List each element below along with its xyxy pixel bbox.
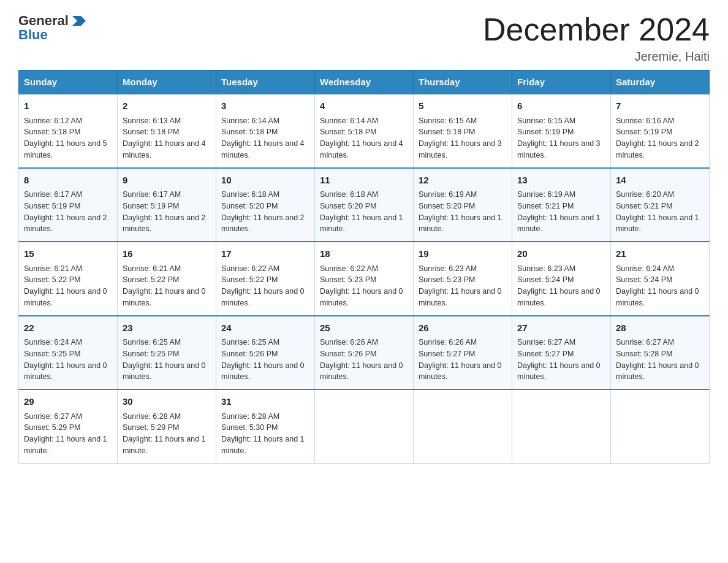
- sunset-label: Sunset: 5:22 PM: [24, 275, 80, 284]
- calendar-week-row: 1 Sunrise: 6:12 AM Sunset: 5:18 PM Dayli…: [19, 94, 710, 168]
- sunrise-label: Sunrise: 6:22 AM: [221, 264, 279, 273]
- day-number: 14: [616, 174, 704, 188]
- sunrise-label: Sunrise: 6:20 AM: [616, 190, 674, 199]
- sunset-label: Sunset: 5:20 PM: [221, 202, 278, 210]
- sunrise-label: Sunrise: 6:15 AM: [517, 117, 575, 125]
- daylight-label: Daylight: 11 hours and 0 minutes.: [24, 287, 107, 307]
- day-number: 8: [24, 174, 112, 188]
- day-number: 31: [221, 395, 309, 409]
- sunrise-label: Sunrise: 6:24 AM: [616, 264, 674, 273]
- sunrise-label: Sunrise: 6:28 AM: [123, 412, 181, 421]
- day-number: 3: [221, 99, 309, 113]
- sunset-label: Sunset: 5:29 PM: [24, 423, 80, 432]
- daylight-label: Daylight: 11 hours and 0 minutes.: [320, 287, 403, 307]
- day-number: 27: [517, 321, 605, 335]
- daylight-label: Daylight: 11 hours and 4 minutes.: [221, 139, 305, 159]
- sunrise-label: Sunrise: 6:13 AM: [123, 117, 181, 125]
- sunset-label: Sunset: 5:18 PM: [419, 128, 475, 136]
- sunset-label: Sunset: 5:21 PM: [616, 202, 672, 210]
- day-number: 22: [24, 321, 112, 335]
- table-row: 1 Sunrise: 6:12 AM Sunset: 5:18 PM Dayli…: [19, 94, 118, 168]
- day-number: 21: [616, 247, 704, 261]
- sunrise-label: Sunrise: 6:18 AM: [221, 190, 279, 199]
- table-row: [512, 389, 611, 463]
- sunrise-label: Sunrise: 6:26 AM: [419, 338, 477, 347]
- col-thursday: Thursday: [414, 71, 512, 94]
- sunset-label: Sunset: 5:27 PM: [517, 350, 574, 358]
- calendar-table: Sunday Monday Tuesday Wednesday Thursday…: [18, 70, 710, 464]
- daylight-label: Daylight: 11 hours and 1 minute.: [517, 213, 601, 234]
- daylight-label: Daylight: 11 hours and 0 minutes.: [616, 361, 699, 381]
- table-row: 29 Sunrise: 6:27 AM Sunset: 5:29 PM Dayl…: [19, 389, 118, 463]
- sunrise-label: Sunrise: 6:23 AM: [517, 264, 575, 273]
- daylight-label: Daylight: 11 hours and 2 minutes.: [24, 213, 107, 234]
- table-row: 25 Sunrise: 6:26 AM Sunset: 5:26 PM Dayl…: [315, 316, 414, 390]
- daylight-label: Daylight: 11 hours and 0 minutes.: [123, 361, 206, 381]
- sunset-label: Sunset: 5:19 PM: [616, 128, 672, 136]
- sunset-label: Sunset: 5:23 PM: [320, 275, 376, 284]
- col-tuesday: Tuesday: [216, 71, 315, 94]
- table-row: [611, 389, 710, 463]
- sunrise-label: Sunrise: 6:26 AM: [320, 338, 378, 347]
- sunrise-label: Sunrise: 6:22 AM: [320, 264, 378, 273]
- daylight-label: Daylight: 11 hours and 1 minute.: [419, 213, 502, 234]
- sunrise-label: Sunrise: 6:27 AM: [517, 338, 575, 347]
- sunrise-label: Sunrise: 6:27 AM: [24, 412, 82, 421]
- day-number: 15: [24, 247, 112, 261]
- day-number: 7: [616, 99, 704, 113]
- day-number: 12: [419, 174, 507, 188]
- day-number: 23: [123, 321, 211, 335]
- table-row: 26 Sunrise: 6:26 AM Sunset: 5:27 PM Dayl…: [414, 316, 512, 390]
- day-number: 17: [221, 247, 309, 261]
- table-row: 16 Sunrise: 6:21 AM Sunset: 5:22 PM Dayl…: [118, 242, 216, 316]
- day-number: 4: [320, 99, 408, 113]
- table-row: [414, 389, 512, 463]
- sunrise-label: Sunrise: 6:24 AM: [24, 338, 82, 347]
- table-row: 2 Sunrise: 6:13 AM Sunset: 5:18 PM Dayli…: [118, 94, 216, 168]
- col-saturday: Saturday: [611, 71, 710, 94]
- day-number: 9: [123, 174, 211, 188]
- daylight-label: Daylight: 11 hours and 0 minutes.: [419, 361, 502, 381]
- table-row: 11 Sunrise: 6:18 AM Sunset: 5:20 PM Dayl…: [315, 168, 414, 242]
- day-number: 16: [123, 247, 211, 261]
- sunrise-label: Sunrise: 6:14 AM: [221, 117, 279, 125]
- sunrise-label: Sunrise: 6:28 AM: [221, 412, 279, 421]
- sunrise-label: Sunrise: 6:27 AM: [616, 338, 674, 347]
- sunset-label: Sunset: 5:19 PM: [24, 202, 80, 210]
- day-number: 1: [24, 99, 112, 113]
- daylight-label: Daylight: 11 hours and 0 minutes.: [221, 361, 305, 381]
- daylight-label: Daylight: 11 hours and 1 minute.: [320, 213, 403, 234]
- table-row: 30 Sunrise: 6:28 AM Sunset: 5:29 PM Dayl…: [118, 389, 216, 463]
- table-row: 3 Sunrise: 6:14 AM Sunset: 5:18 PM Dayli…: [216, 94, 315, 168]
- day-number: 24: [221, 321, 309, 335]
- table-row: 6 Sunrise: 6:15 AM Sunset: 5:19 PM Dayli…: [512, 94, 611, 168]
- daylight-label: Daylight: 11 hours and 0 minutes.: [221, 287, 305, 307]
- sunrise-label: Sunrise: 6:25 AM: [123, 338, 181, 347]
- sunrise-label: Sunrise: 6:12 AM: [24, 117, 82, 125]
- calendar-header-row: Sunday Monday Tuesday Wednesday Thursday…: [19, 71, 710, 94]
- daylight-label: Daylight: 11 hours and 4 minutes.: [320, 139, 403, 159]
- col-sunday: Sunday: [19, 71, 118, 94]
- table-row: 7 Sunrise: 6:16 AM Sunset: 5:19 PM Dayli…: [611, 94, 710, 168]
- sunrise-label: Sunrise: 6:17 AM: [24, 190, 82, 199]
- day-number: 25: [320, 321, 408, 335]
- daylight-label: Daylight: 11 hours and 0 minutes.: [24, 361, 107, 381]
- table-row: 14 Sunrise: 6:20 AM Sunset: 5:21 PM Dayl…: [611, 168, 710, 242]
- table-row: 24 Sunrise: 6:25 AM Sunset: 5:26 PM Dayl…: [216, 316, 315, 390]
- table-row: 5 Sunrise: 6:15 AM Sunset: 5:18 PM Dayli…: [414, 94, 512, 168]
- sunset-label: Sunset: 5:24 PM: [517, 275, 574, 284]
- day-number: 30: [123, 395, 211, 409]
- daylight-label: Daylight: 11 hours and 3 minutes.: [517, 139, 601, 159]
- daylight-label: Daylight: 11 hours and 0 minutes.: [419, 287, 502, 307]
- table-row: [315, 389, 414, 463]
- calendar-week-row: 15 Sunrise: 6:21 AM Sunset: 5:22 PM Dayl…: [19, 242, 710, 316]
- daylight-label: Daylight: 11 hours and 4 minutes.: [123, 139, 206, 159]
- calendar-week-row: 29 Sunrise: 6:27 AM Sunset: 5:29 PM Dayl…: [19, 389, 710, 463]
- day-number: 20: [517, 247, 605, 261]
- sunset-label: Sunset: 5:19 PM: [123, 202, 179, 210]
- calendar-week-row: 8 Sunrise: 6:17 AM Sunset: 5:19 PM Dayli…: [19, 168, 710, 242]
- table-row: 10 Sunrise: 6:18 AM Sunset: 5:20 PM Dayl…: [216, 168, 315, 242]
- sunset-label: Sunset: 5:26 PM: [320, 350, 376, 358]
- table-row: 23 Sunrise: 6:25 AM Sunset: 5:25 PM Dayl…: [118, 316, 216, 390]
- title-block: December 2024 Jeremie, Haiti: [483, 12, 710, 64]
